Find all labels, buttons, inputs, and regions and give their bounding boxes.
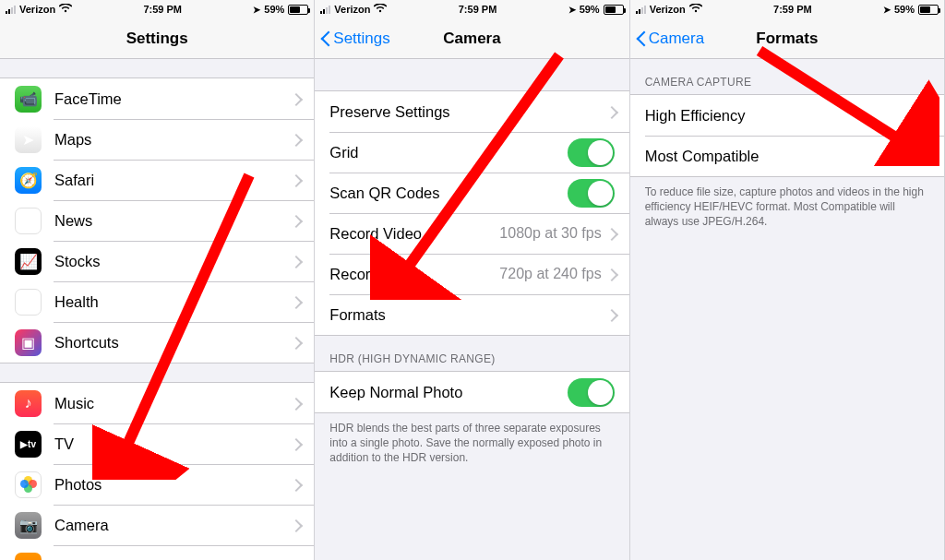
hdr-footer-text: HDR blends the best parts of three separ… <box>315 413 628 475</box>
row-label: Health <box>54 293 292 311</box>
row-detail: 720p at 240 fps <box>499 266 601 282</box>
row-label: Camera <box>54 517 292 534</box>
settings-row-music[interactable]: ♪Music <box>0 383 314 423</box>
books-app-icon: 📖 <box>15 553 42 561</box>
chevron-right-icon <box>292 479 299 491</box>
camera-row-preserve-settings[interactable]: Preserve Settings <box>315 91 628 132</box>
formats-pane: Verizon 7:59 PM ➤ 59% Camera Formats CAM… <box>630 0 945 560</box>
row-label: Safari <box>54 172 292 189</box>
row-label: Stocks <box>54 253 292 270</box>
formats-option-list: High EfficiencyMost Compatible✓ <box>630 94 944 177</box>
signal-strength-icon <box>6 5 16 14</box>
chevron-right-icon <box>292 215 299 227</box>
facetime-app-icon: 📹 <box>15 86 42 113</box>
row-detail: 1080p at 30 fps <box>499 225 601 242</box>
page-title: Formats <box>756 30 818 48</box>
carrier-label: Verizon <box>650 4 686 15</box>
row-label: Photos <box>54 476 292 494</box>
settings-row-shortcuts[interactable]: ▣Shortcuts <box>0 322 314 363</box>
safari-app-icon: 🧭 <box>15 167 42 194</box>
battery-percent-label: 59% <box>580 4 600 15</box>
checkmark-icon: ✓ <box>915 146 929 166</box>
back-button[interactable]: Settings <box>320 30 389 48</box>
chevron-right-icon <box>292 519 299 531</box>
camera-row-scan-qr-codes[interactable]: Scan QR Codes <box>315 173 628 213</box>
wifi-icon <box>689 3 702 16</box>
row-label: Keep Normal Photo <box>329 384 567 401</box>
back-button[interactable]: Camera <box>636 30 704 48</box>
camera-settings-pane: Verizon 7:59 PM ➤ 59% Settings Camera Pr… <box>315 0 629 560</box>
row-label: Maps <box>54 131 292 149</box>
settings-row-books[interactable]: 📖Books <box>0 545 314 560</box>
settings-row-camera[interactable]: 📷Camera <box>0 505 314 545</box>
back-label: Settings <box>333 30 389 48</box>
row-label: Music <box>54 395 292 412</box>
photos-app-icon <box>15 471 42 498</box>
chevron-right-icon <box>292 93 299 105</box>
settings-group-apps-1: 📹FaceTime➤Maps🧭SafariNNews📈Stocks♥Health… <box>0 77 314 363</box>
chevron-right-icon <box>292 296 299 308</box>
chevron-right-icon <box>607 309 615 321</box>
row-label: Formats <box>329 306 606 324</box>
chevron-right-icon <box>292 337 299 349</box>
clock-label: 7:59 PM <box>143 4 182 15</box>
settings-row-tv[interactable]: ▶tvTV <box>0 423 314 464</box>
camera-row-record-video[interactable]: Record Video1080p at 30 fps <box>315 213 628 254</box>
hdr-section-header: HDR (HIGH DYNAMIC RANGE) <box>315 336 628 371</box>
battery-percent-label: 59% <box>894 4 915 15</box>
settings-row-photos[interactable]: Photos <box>0 464 314 505</box>
settings-row-stocks[interactable]: 📈Stocks <box>0 241 314 281</box>
camera-app-icon: 📷 <box>15 512 42 539</box>
carrier-label: Verizon <box>19 4 55 15</box>
clock-label: 7:59 PM <box>773 4 812 15</box>
toggle-keep-normal-photo[interactable] <box>568 378 615 407</box>
row-label: Books <box>54 557 292 561</box>
row-label: Grid <box>329 144 567 161</box>
row-label: Record Slo- <box>329 266 499 283</box>
toggle-grid[interactable] <box>568 138 615 167</box>
settings-row-maps[interactable]: ➤Maps <box>0 119 314 160</box>
status-bar: Verizon 7:59 PM ➤ 59% <box>315 0 628 18</box>
row-label: Scan QR Codes <box>329 185 567 202</box>
settings-row-safari[interactable]: 🧭Safari <box>0 160 314 200</box>
row-label: Most Compatible <box>645 148 915 165</box>
navbar-formats: Camera Formats <box>630 18 944 59</box>
chevron-right-icon <box>292 438 299 450</box>
chevron-left-icon <box>636 30 647 48</box>
row-keep-normal-photo[interactable]: Keep Normal Photo <box>315 372 628 412</box>
health-app-icon: ♥ <box>15 289 42 316</box>
carrier-label: Verizon <box>334 4 370 15</box>
row-label: Preserve Settings <box>329 103 606 121</box>
format-option-most-compatible[interactable]: Most Compatible✓ <box>630 136 944 176</box>
status-bar: Verizon 7:59 PM ➤ 59% <box>630 0 944 18</box>
chevron-right-icon <box>292 398 299 410</box>
settings-root-pane: Verizon 7:59 PM ➤ 59% Settings 📹FaceTime… <box>0 0 315 560</box>
camera-row-formats[interactable]: Formats <box>315 294 628 335</box>
format-option-high-efficiency[interactable]: High Efficiency <box>630 95 944 136</box>
shortcuts-app-icon: ▣ <box>15 329 42 356</box>
wifi-icon <box>374 3 387 16</box>
chevron-right-icon <box>292 256 299 268</box>
toggle-scan-qr-codes[interactable] <box>568 179 615 208</box>
chevron-right-icon <box>607 106 615 118</box>
battery-icon <box>604 5 624 15</box>
row-label: Shortcuts <box>54 334 292 351</box>
chevron-right-icon <box>292 174 299 186</box>
camera-row-record-slo-[interactable]: Record Slo-720p at 240 fps <box>315 254 628 294</box>
settings-group-apps-2: ♪Music▶tvTVPhotos📷Camera📖Books◉Podcasts <box>0 382 314 560</box>
row-label: Record Video <box>329 225 499 243</box>
camera-row-grid[interactable]: Grid <box>315 132 628 173</box>
battery-icon <box>288 5 308 15</box>
camera-capture-header: CAMERA CAPTURE <box>630 59 944 94</box>
settings-row-facetime[interactable]: 📹FaceTime <box>0 78 314 119</box>
location-icon: ➤ <box>253 5 260 15</box>
settings-row-health[interactable]: ♥Health <box>0 281 314 322</box>
row-label: TV <box>54 435 292 453</box>
chevron-right-icon <box>607 268 615 280</box>
location-icon: ➤ <box>568 5 576 15</box>
battery-percent-label: 59% <box>264 4 284 15</box>
settings-row-news[interactable]: NNews <box>0 200 314 241</box>
page-title: Settings <box>126 30 188 48</box>
chevron-left-icon <box>320 30 331 48</box>
back-label: Camera <box>649 30 704 48</box>
